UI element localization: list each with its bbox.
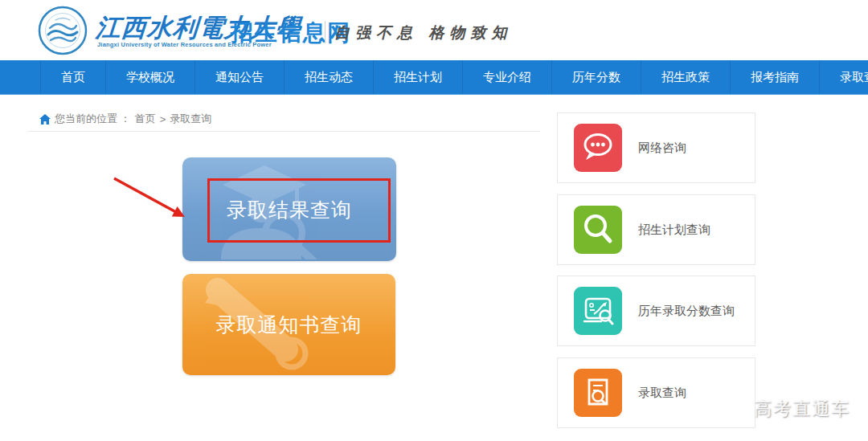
- admission-result-query-label: 录取结果查询: [182, 196, 396, 223]
- card-admission-query[interactable]: 录取查询: [557, 357, 755, 428]
- breadcrumb-prefix: 您当前的位置 ：: [55, 112, 131, 126]
- breadcrumb-current: 录取查询: [170, 112, 211, 126]
- nav-item-admission-plan[interactable]: 招生计划: [373, 60, 462, 94]
- home-icon: [39, 114, 51, 125]
- admission-notice-query-button[interactable]: 录取通知书查询: [182, 274, 395, 375]
- card-admission-plan-query[interactable]: 招生计划查询: [557, 194, 755, 265]
- card-past-admission-scores-query[interactable]: 历年录取分数查询: [557, 276, 755, 346]
- gaokao-express-watermark: 高考直通车: [754, 397, 850, 421]
- site-title: 招生信息网: [231, 18, 351, 48]
- card-label: 历年录取分数查询: [638, 304, 735, 319]
- document-search-icon: [574, 369, 622, 417]
- nav-item-admission-news[interactable]: 招生动态: [284, 60, 373, 94]
- nav-item-majors[interactable]: 专业介绍: [462, 60, 551, 94]
- admission-notice-query-label: 录取通知书查询: [182, 312, 395, 338]
- site-header: 江西水利電力大學 Jiangxi University of Water Res…: [0, 0, 868, 60]
- main-navigation: 首页 学校概况 通知公告 招生动态 招生计划 专业介绍 历年分数 招生政策 报考…: [0, 60, 868, 95]
- score-trend-search-icon: [574, 287, 622, 335]
- nav-item-application-guide[interactable]: 报考指南: [730, 60, 819, 94]
- university-motto: 自强不息 格物致知: [334, 22, 513, 43]
- card-label: 录取查询: [638, 386, 686, 401]
- admission-result-query-button[interactable]: 录取结果查询: [182, 157, 396, 261]
- card-online-consultation[interactable]: 网络咨询: [557, 112, 755, 183]
- nav-item-admission-query[interactable]: 录取查询: [819, 60, 868, 94]
- breadcrumb-home-link[interactable]: 首页: [135, 112, 156, 126]
- chat-bubble-icon: [574, 124, 622, 172]
- breadcrumb-separator: >: [160, 113, 166, 125]
- card-label: 网络咨询: [638, 141, 686, 156]
- nav-item-admission-policy[interactable]: 招生政策: [641, 60, 730, 94]
- search-icon: [574, 206, 622, 254]
- breadcrumb-divider: [28, 131, 540, 132]
- nav-item-home[interactable]: 首页: [40, 60, 105, 94]
- header-divider: [325, 21, 326, 43]
- card-label: 招生计划查询: [638, 223, 710, 238]
- nav-item-notices[interactable]: 通知公告: [194, 60, 284, 94]
- red-annotation-arrow: [111, 169, 191, 227]
- breadcrumb: 您当前的位置 ： 首页 > 录取查询: [39, 112, 211, 126]
- nav-item-past-scores[interactable]: 历年分数: [551, 60, 641, 94]
- university-logo-icon: [38, 6, 88, 55]
- nav-item-school-overview[interactable]: 学校概况: [105, 60, 194, 94]
